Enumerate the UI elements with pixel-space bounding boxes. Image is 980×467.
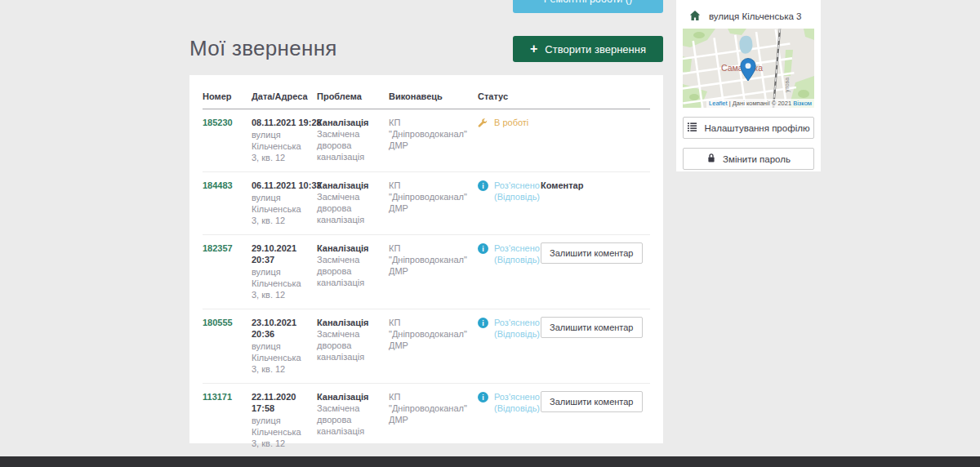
home-icon bbox=[689, 10, 701, 23]
date-address-cell: 06.11.2021 10:33 вулиця Кільченська 3, к… bbox=[252, 180, 317, 226]
problem-cell: Каналізація Засмічена дворова каналізаці… bbox=[317, 242, 389, 300]
page: Ремонтні роботи () Мої звернення + Створ… bbox=[0, 0, 980, 467]
table-header-row: Номер Дата/Адреса Проблема Виконавець Ст… bbox=[203, 91, 650, 109]
problem-title: Каналізація bbox=[317, 117, 382, 128]
problem-title: Каналізація bbox=[317, 180, 382, 191]
request-date: 22.11.2020 bbox=[252, 391, 310, 403]
problem-cell: Каналізація Засмічена дворова каналізаці… bbox=[317, 117, 389, 163]
problem-detail: Засмічена дворова каналізація bbox=[317, 191, 382, 225]
request-date: 08.11.2021 19:28 bbox=[252, 117, 310, 128]
status-cell: i Роз'яснено (Відповідь) bbox=[478, 242, 541, 300]
leave-comment-button[interactable]: Залишити коментар bbox=[541, 242, 643, 264]
status-badge[interactable]: Роз'яснено (Відповідь) bbox=[494, 391, 537, 414]
info-icon: i bbox=[478, 392, 488, 403]
request-address: вулиця Кільченська 3, кв. 12 bbox=[252, 340, 310, 375]
status-badge[interactable]: Роз'яснено (Відповідь) bbox=[494, 180, 537, 202]
wrench-icon bbox=[478, 118, 488, 131]
date-address-cell: 23.10.2021 20:36 вулиця Кільченська 3, к… bbox=[252, 317, 317, 375]
actions-cell: Залишити коментар bbox=[541, 242, 650, 300]
table-row: 113171 22.11.2020 17:58 вулиця Кільченсь… bbox=[203, 384, 650, 457]
profile-settings-label: Налаштування профілю bbox=[704, 123, 809, 133]
comment-label[interactable]: Коментар bbox=[541, 180, 583, 190]
map[interactable]: Самарівка утова Leaflet | Дані компанії … bbox=[683, 29, 814, 108]
change-password-label: Змінити пароль bbox=[723, 154, 791, 164]
column-header-executor: Виконавець bbox=[389, 91, 478, 101]
leaflet-link[interactable]: Leaflet bbox=[709, 100, 728, 107]
footer-bar bbox=[0, 456, 980, 467]
executor-cell: КП "Дніпроводоканал" ДМР bbox=[389, 317, 478, 375]
request-time: 17:58 bbox=[252, 403, 310, 414]
request-address: вулиця Кільченська 3, кв. 12 bbox=[252, 415, 310, 449]
change-password-button[interactable]: Змінити пароль bbox=[683, 148, 814, 170]
status-cell: i Роз'яснено (Відповідь) bbox=[478, 180, 541, 226]
create-request-button[interactable]: + Створити звернення bbox=[513, 36, 663, 62]
executor-cell: КП "Дніпроводоканал" ДМР bbox=[389, 180, 478, 226]
problem-title: Каналізація bbox=[317, 242, 382, 254]
sidebar-address-row: вулиця Кільченська 3 bbox=[683, 7, 814, 24]
executor-cell: КП "Дніпроводоканал" ДМР bbox=[389, 242, 478, 300]
actions-cell bbox=[541, 117, 650, 163]
table-row: 185230 08.11.2021 19:28 вулиця Кільченсь… bbox=[203, 109, 650, 172]
leave-comment-button[interactable]: Залишити коментар bbox=[541, 317, 643, 338]
vendor-link[interactable]: Візком bbox=[793, 100, 812, 107]
attribution-text: | Дані компанії © 2021 bbox=[728, 100, 794, 107]
problem-cell: Каналізація Засмічена дворова каналізаці… bbox=[317, 317, 389, 375]
status-badge: В роботі bbox=[494, 117, 528, 128]
lock-icon bbox=[706, 153, 716, 165]
column-header-number: Номер bbox=[203, 91, 252, 101]
column-header-date-address: Дата/Адреса bbox=[252, 91, 317, 101]
problem-cell: Каналізація Засмічена дворова каналізаці… bbox=[317, 180, 389, 226]
executor-cell: КП "Дніпроводоканал" ДМР bbox=[389, 117, 478, 163]
profile-settings-button[interactable]: Налаштування профілю bbox=[683, 117, 814, 139]
request-date: 06.11.2021 10:33 bbox=[252, 180, 310, 191]
page-title: Мої звернення bbox=[189, 36, 337, 61]
status-badge[interactable]: Роз'яснено (Відповідь) bbox=[494, 242, 537, 265]
create-request-label: Створити звернення bbox=[545, 43, 646, 56]
request-address: вулиця Кільченська 3, кв. 12 bbox=[252, 129, 310, 163]
column-header-problem: Проблема bbox=[317, 91, 389, 101]
table-row: 180555 23.10.2021 20:36 вулиця Кільченсь… bbox=[203, 309, 650, 384]
status-cell: В роботі bbox=[478, 117, 541, 163]
request-date: 29.10.2021 bbox=[252, 242, 310, 254]
request-time: 20:37 bbox=[252, 254, 310, 265]
request-address: вулиця Кільченська 3, кв. 12 bbox=[252, 266, 310, 300]
column-header-status: Статус bbox=[478, 91, 541, 101]
date-address-cell: 22.11.2020 17:58 вулиця Кільченська 3, к… bbox=[252, 391, 317, 449]
sidebar: вулиця Кільченська 3 bbox=[676, 0, 821, 171]
actions-cell: Коментар bbox=[541, 180, 650, 226]
actions-cell: Залишити коментар bbox=[541, 391, 650, 449]
request-date: 23.10.2021 bbox=[252, 317, 310, 328]
problem-title: Каналізація bbox=[317, 391, 382, 403]
executor-cell: КП "Дніпроводоканал" ДМР bbox=[389, 391, 478, 449]
request-time: 20:36 bbox=[252, 328, 310, 340]
plus-icon: + bbox=[530, 42, 537, 56]
actions-cell: Залишити коментар bbox=[541, 317, 650, 375]
problem-detail: Засмічена дворова каналізація bbox=[317, 128, 382, 162]
problem-title: Каналізація bbox=[317, 317, 382, 328]
info-icon: i bbox=[478, 243, 488, 254]
request-number[interactable]: 184483 bbox=[203, 180, 252, 226]
status-badge[interactable]: Роз'яснено (Відповідь) bbox=[494, 317, 537, 340]
info-icon: i bbox=[478, 180, 488, 191]
map-street-label: утова bbox=[784, 78, 791, 92]
problem-detail: Засмічена дворова каналізація bbox=[317, 328, 382, 362]
column-header-actions bbox=[541, 91, 650, 101]
leave-comment-button[interactable]: Залишити коментар bbox=[541, 391, 643, 412]
request-number[interactable]: 182357 bbox=[203, 242, 252, 300]
date-address-cell: 08.11.2021 19:28 вулиця Кільченська 3, к… bbox=[252, 117, 317, 163]
table-row: 182357 29.10.2021 20:37 вулиця Кільченсь… bbox=[203, 235, 650, 309]
map-attribution: Leaflet | Дані компанії © 2021 Візком bbox=[706, 99, 814, 108]
request-number[interactable]: 180555 bbox=[203, 317, 252, 375]
request-address: вулиця Кільченська 3, кв. 12 bbox=[252, 192, 310, 226]
problem-detail: Засмічена дворова каналізація bbox=[317, 254, 382, 288]
info-icon: i bbox=[478, 318, 488, 328]
table-row: 184483 06.11.2021 10:33 вулиця Кільченсь… bbox=[203, 172, 650, 235]
repair-works-button[interactable]: Ремонтні роботи () bbox=[513, 0, 663, 13]
status-cell: i Роз'яснено (Відповідь) bbox=[478, 317, 541, 375]
problem-detail: Засмічена дворова каналізація bbox=[317, 403, 382, 437]
request-number[interactable]: 185230 bbox=[203, 117, 252, 163]
status-cell: i Роз'яснено (Відповідь) bbox=[478, 391, 541, 449]
request-number[interactable]: 113171 bbox=[203, 391, 252, 449]
requests-table-card: Номер Дата/Адреса Проблема Виконавець Ст… bbox=[189, 75, 663, 443]
list-icon bbox=[687, 122, 697, 134]
